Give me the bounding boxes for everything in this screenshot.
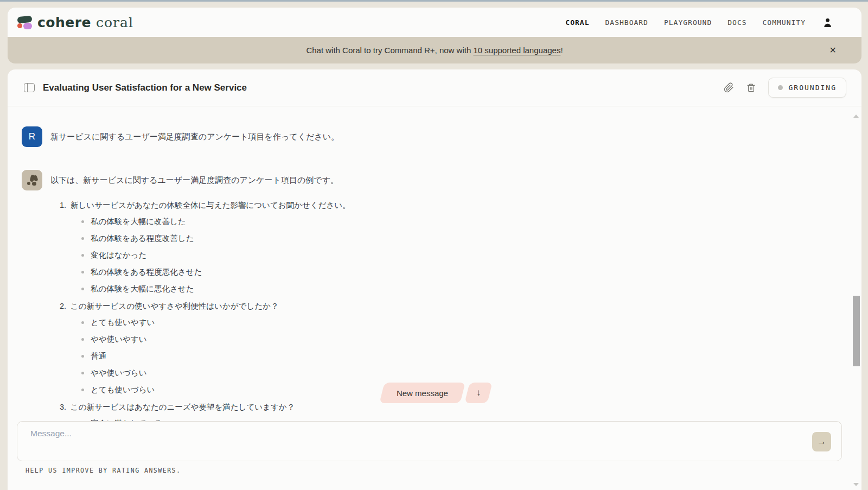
bullet-dot	[81, 355, 84, 358]
new-message-button[interactable]: New message ↓	[379, 383, 493, 403]
option-text: 変化はなかった	[91, 250, 146, 260]
bot-message-intro: 以下は、新サービスに関するユーザー満足度調査のアンケート項目の例です。	[50, 175, 339, 186]
user-message: R 新サービスに関するユーザー満足度調査のアンケート項目を作ってください。	[22, 126, 339, 147]
message-composer: →	[17, 421, 842, 461]
bullet-dot	[81, 254, 84, 257]
survey-list: 1. 新しいサービスがあなたの体験全体に与えた影響についてお聞かせください。 私…	[60, 196, 350, 432]
product-name: coral	[96, 15, 133, 30]
new-message-label-pill[interactable]: New message	[379, 383, 465, 403]
banner-link[interactable]: 10 supported languages	[473, 46, 560, 55]
question-text: この新サービスの使いやすさや利便性はいかがでしたか？	[71, 301, 278, 312]
survey-option: やや使いづらい	[81, 365, 350, 381]
scrollbar-up-icon[interactable]	[853, 114, 859, 118]
scrollbar-down-icon[interactable]	[853, 483, 859, 486]
panel-toggle-icon[interactable]	[24, 83, 35, 92]
bot-avatar	[22, 170, 42, 190]
message-input[interactable]	[30, 429, 801, 438]
conversation-title: Evaluating User Satisfaction for a New S…	[43, 82, 247, 93]
nav-item-community[interactable]: COMMUNITY	[763, 18, 806, 27]
option-text: 私の体験をある程度悪化させた	[91, 267, 202, 277]
send-button[interactable]: →	[812, 432, 831, 451]
survey-option: 私の体験をある程度改善した	[81, 230, 350, 247]
cohere-mark-icon	[25, 174, 39, 187]
app-header: cohere coral CORAL DASHBOARD PLAYGROUND …	[8, 8, 861, 37]
announcement-banner: Chat with Coral to try Command R+, now w…	[8, 37, 861, 63]
chat-scrollbar[interactable]	[852, 107, 860, 490]
grounding-status-dot	[778, 85, 783, 90]
brand-name: cohere	[37, 15, 91, 30]
bot-message: 以下は、新サービスに関するユーザー満足度調査のアンケート項目の例です。	[22, 170, 339, 190]
cohere-logo-icon	[17, 14, 33, 30]
bullet-dot	[81, 389, 84, 391]
banner-text: Chat with Coral to try Command R+, now w…	[306, 46, 563, 55]
chat-card: Evaluating User Satisfaction for a New S…	[8, 69, 861, 490]
survey-option: 普通	[81, 348, 350, 365]
option-text: やや使いづらい	[91, 368, 147, 378]
arrow-down-icon: ↓	[476, 387, 481, 398]
survey-question: 1. 新しいサービスがあなたの体験全体に与えた影響についてお聞かせください。	[60, 200, 350, 211]
cohere-coral-logo[interactable]: cohere coral	[17, 14, 133, 30]
bullet-dot	[81, 372, 84, 374]
chat-header: Evaluating User Satisfaction for a New S…	[8, 69, 861, 106]
rating-hint-text: HELP US IMPROVE BY RATING ANSWERS.	[25, 467, 181, 474]
question-text: この新サービスはあなたのニーズや要望を満たしていますか？	[71, 402, 295, 413]
paperclip-icon[interactable]	[724, 82, 734, 93]
question-number: 1.	[60, 200, 71, 211]
bullet-dot	[81, 271, 84, 273]
survey-option: 私の体験を大幅に悪化させた	[81, 281, 350, 297]
banner-text-suffix: !	[560, 46, 563, 55]
banner-text-prefix: Chat with Coral to try Command R+, now w…	[306, 46, 473, 55]
option-text: やや使いやすい	[91, 334, 147, 345]
new-message-label: New message	[397, 389, 448, 398]
nav-item-dashboard[interactable]: DASHBOARD	[605, 18, 648, 27]
option-text: とても使いやすい	[91, 317, 155, 328]
scroll-to-bottom-button[interactable]: ↓	[464, 383, 492, 403]
bullet-dot	[81, 237, 84, 240]
survey-option: やや使いやすい	[81, 331, 350, 348]
nav-item-docs[interactable]: DOCS	[727, 18, 746, 27]
option-text: とても使いづらい	[91, 385, 155, 395]
survey-option: 私の体験を大幅に改善した	[81, 213, 350, 230]
chat-header-actions: GROUNDING	[724, 78, 846, 98]
option-text: 普通	[91, 351, 106, 361]
survey-option: 変化はなかった	[81, 247, 350, 264]
question-number: 3.	[60, 402, 71, 413]
scrollbar-thumb[interactable]	[853, 296, 860, 366]
survey-option: とても使いやすい	[81, 314, 350, 331]
trash-icon[interactable]	[746, 82, 756, 93]
account-icon[interactable]	[823, 18, 832, 27]
question-text: 新しいサービスがあなたの体験全体に与えた影響についてお聞かせください。	[71, 200, 350, 211]
user-avatar: R	[22, 126, 42, 147]
top-edge-stripe	[0, 0, 868, 2]
grounding-button[interactable]: GROUNDING	[768, 78, 846, 98]
arrow-right-icon: →	[817, 436, 826, 447]
survey-question: 3. この新サービスはあなたのニーズや要望を満たしていますか？	[60, 402, 350, 413]
option-text: 私の体験を大幅に改善した	[91, 217, 186, 227]
banner-close-icon[interactable]: ✕	[829, 46, 837, 55]
option-text: 私の体験をある程度改善した	[91, 233, 194, 244]
option-text: 私の体験を大幅に悪化させた	[91, 284, 194, 294]
nav-item-coral[interactable]: CORAL	[565, 18, 589, 27]
bullet-dot	[81, 338, 84, 341]
bullet-dot	[81, 220, 84, 223]
nav-item-playground[interactable]: PLAYGROUND	[664, 18, 712, 27]
bullet-dot	[81, 288, 84, 290]
bullet-dot	[81, 321, 84, 324]
grounding-label: GROUNDING	[789, 84, 837, 92]
main-nav: CORAL DASHBOARD PLAYGROUND DOCS COMMUNIT…	[565, 18, 832, 27]
survey-option: 私の体験をある程度悪化させた	[81, 264, 350, 281]
chat-scroll-area: R 新サービスに関するユーザー満足度調査のアンケート項目を作ってください。 以下…	[8, 107, 861, 490]
survey-option: とても使いづらい	[81, 381, 350, 398]
user-message-text: 新サービスに関するユーザー満足度調査のアンケート項目を作ってください。	[50, 132, 339, 142]
question-number: 2.	[60, 301, 71, 312]
survey-question: 2. この新サービスの使いやすさや利便性はいかがでしたか？	[60, 301, 350, 312]
